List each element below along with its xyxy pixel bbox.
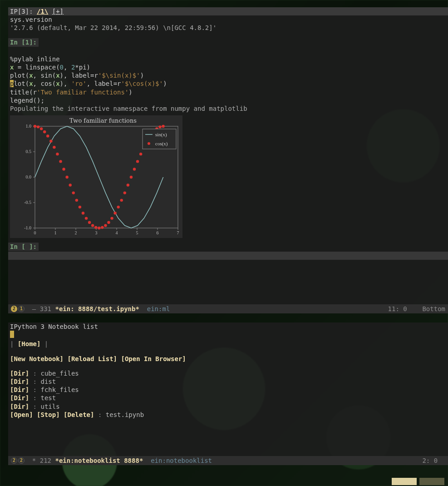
header-suffix: ]:: [25, 8, 33, 15]
svg-point-57: [130, 176, 133, 179]
svg-point-46: [94, 226, 97, 229]
svg-point-41: [79, 206, 81, 208]
modeline-bottom: 2 2 * 212 *ein:notebooklist 8888* ein:no…: [8, 456, 448, 465]
dir-link[interactable]: [Dir]: [10, 403, 29, 410]
text-cursor: [10, 331, 14, 338]
svg-point-43: [85, 217, 88, 219]
dir-link[interactable]: [Dir]: [10, 378, 29, 385]
svg-text:4: 4: [116, 230, 118, 235]
svg-text:1.0: 1.0: [26, 124, 32, 129]
svg-point-60: [139, 153, 142, 155]
svg-text:0.5: 0.5: [26, 149, 32, 154]
new-notebook-button[interactable]: [New Notebook]: [10, 355, 64, 362]
prompt-cell1: In [1]:: [8, 38, 39, 46]
dir-link[interactable]: [Dir]: [10, 394, 29, 402]
svg-point-37: [65, 176, 68, 179]
notebook-header: IP[3]: /1\ [+]: [8, 7, 448, 15]
svg-point-27: [34, 125, 36, 128]
emacs-window-notebooklist: IPython 3 Notebook list | [Home] | [New …: [8, 322, 448, 465]
svg-text:-0.5: -0.5: [24, 200, 31, 205]
svg-text:cos(x): cos(x): [155, 141, 168, 147]
taskbar-item[interactable]: [392, 478, 417, 485]
svg-point-52: [113, 212, 116, 214]
open-button[interactable]: [Open]: [10, 411, 33, 418]
svg-text:-1.0: -1.0: [24, 225, 31, 230]
svg-point-50: [107, 221, 110, 224]
svg-point-30: [43, 130, 46, 133]
line-num: — 331: [32, 305, 51, 313]
svg-point-49: [104, 224, 107, 227]
line-num: * 212: [32, 456, 51, 465]
svg-text:0.0: 0.0: [26, 174, 32, 179]
svg-point-47: [98, 227, 100, 229]
svg-point-48: [101, 226, 103, 229]
scroll-pos: Bottom: [422, 305, 445, 313]
prompt-cell2: In [ ]:: [8, 243, 39, 251]
kernel-tab-add[interactable]: [+]: [52, 8, 64, 15]
major-mode: ein:ml: [147, 305, 170, 313]
svg-text:1: 1: [54, 230, 57, 235]
dir-link[interactable]: [Dir]: [10, 370, 29, 377]
header-prefix: IP[: [10, 8, 21, 15]
emacs-window-notebook: IP[3]: /1\ [+] sys.version '2.7.6 (defau…: [8, 7, 448, 313]
home-link[interactable]: [Home]: [18, 340, 41, 347]
svg-point-58: [133, 168, 136, 170]
svg-point-28: [37, 125, 39, 128]
stop-button[interactable]: [Stop]: [37, 411, 60, 418]
svg-point-33: [53, 146, 55, 149]
svg-point-59: [136, 160, 139, 163]
buffer-name: *ein: 8888/test.ipynb*: [55, 305, 139, 313]
dir-name: utils: [40, 403, 59, 410]
svg-text:6: 6: [157, 230, 159, 235]
major-mode: ein:notebooklist: [151, 456, 212, 465]
workspace-badge-2b[interactable]: 2: [11, 457, 17, 464]
open-in-browser-button[interactable]: [Open In Browser]: [121, 355, 186, 362]
svg-point-66: [158, 125, 161, 128]
taskbar-item[interactable]: [419, 478, 444, 485]
svg-point-35: [59, 160, 62, 163]
svg-point-71: [148, 142, 150, 145]
kernel-tab-active[interactable]: /1\: [37, 8, 48, 15]
svg-text:3: 3: [95, 230, 98, 235]
svg-point-34: [56, 153, 59, 155]
dir-link[interactable]: [Dir]: [10, 386, 29, 393]
empty-cell-input[interactable]: [8, 252, 448, 260]
svg-point-53: [117, 206, 119, 208]
svg-point-31: [46, 134, 49, 137]
svg-point-36: [62, 168, 65, 170]
line-col: 2: 0: [422, 456, 438, 465]
workspace-badge-1[interactable]: 1: [18, 306, 25, 312]
workspace-badge-2[interactable]: 2: [11, 306, 17, 312]
dir-name: cube_files: [40, 370, 79, 377]
delete-button[interactable]: [Delete]: [64, 411, 94, 418]
cell0-input[interactable]: sys.version: [8, 15, 448, 24]
line-col: 11: 0: [388, 305, 407, 313]
chart-svg: 01234567-1.0-0.50.00.51.0sin(x)cos(x): [10, 115, 182, 238]
notebooklist-body[interactable]: IPython 3 Notebook list | [Home] | [New …: [8, 322, 448, 419]
modeline-top: 2 1 — 331 *ein: 8888/test.ipynb* ein:ml …: [8, 304, 448, 313]
cell0-output: '2.7.6 (default, Mar 22 2014, 22:59:56) …: [8, 24, 448, 32]
svg-point-44: [88, 221, 91, 224]
taskbar-fragment: [392, 478, 444, 486]
dir-name: fchk_files: [40, 386, 79, 393]
svg-point-55: [123, 191, 126, 194]
svg-text:sin(x): sin(x): [155, 132, 167, 138]
workspace-badge-1b[interactable]: 2: [18, 457, 25, 464]
notebooklist-title: IPython 3 Notebook list: [10, 322, 446, 331]
svg-text:2: 2: [75, 230, 77, 235]
svg-point-42: [82, 212, 84, 214]
svg-text:5: 5: [136, 230, 138, 235]
svg-point-67: [162, 125, 164, 128]
reload-list-button[interactable]: [Reload List]: [67, 355, 117, 362]
svg-point-32: [49, 140, 52, 143]
header-num: 3: [21, 8, 25, 15]
svg-point-54: [120, 199, 123, 202]
svg-point-29: [40, 127, 43, 130]
svg-point-51: [110, 217, 113, 219]
svg-text:7: 7: [177, 230, 179, 235]
svg-point-39: [72, 191, 75, 194]
svg-point-40: [75, 199, 78, 202]
cell1-output-text: Populating the interactive namespace fro…: [8, 104, 448, 113]
cell1-input[interactable]: %pylab inline x = linspace(0, 2*pi) plot…: [8, 47, 448, 104]
output-chart: Two familiar functions 01234567-1.0-0.50…: [10, 115, 182, 238]
